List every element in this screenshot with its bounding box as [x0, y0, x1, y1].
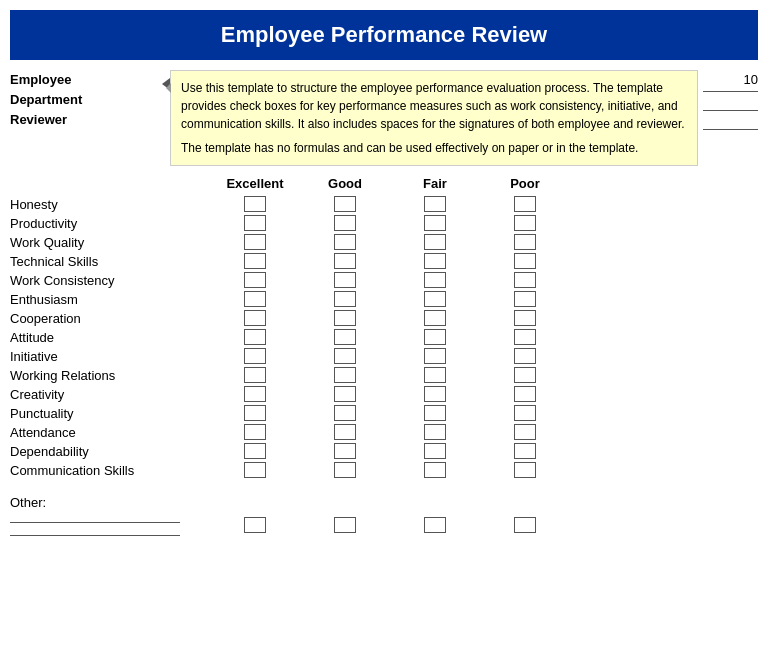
- table-row: Communication Skills: [10, 461, 758, 479]
- checkbox-fair[interactable]: [390, 385, 480, 403]
- skill-name: Enthusiasm: [10, 292, 210, 307]
- form-fields-left: Employee Department Reviewer: [10, 70, 170, 132]
- checkbox-good[interactable]: [300, 214, 390, 232]
- checkbox-poor[interactable]: [480, 252, 570, 270]
- table-row: Initiative: [10, 347, 758, 365]
- skills-rows: HonestyProductivityWork QualityTechnical…: [10, 195, 758, 479]
- other-checkbox-poor[interactable]: [480, 516, 570, 534]
- skill-name: Technical Skills: [10, 254, 210, 269]
- checkbox-fair[interactable]: [390, 461, 480, 479]
- tooltip-para1: Use this template to structure the emplo…: [181, 79, 687, 133]
- skill-name: Initiative: [10, 349, 210, 364]
- other-checkbox-excellent[interactable]: [210, 516, 300, 534]
- checkbox-poor[interactable]: [480, 195, 570, 213]
- ratings-section: Excellent Good Fair Poor HonestyProducti…: [10, 176, 758, 479]
- checkbox-poor[interactable]: [480, 423, 570, 441]
- checkbox-poor[interactable]: [480, 233, 570, 251]
- field-line-1[interactable]: [703, 91, 758, 92]
- checkbox-fair[interactable]: [390, 404, 480, 422]
- checkbox-good[interactable]: [300, 271, 390, 289]
- checkbox-excellent[interactable]: [210, 252, 300, 270]
- checkbox-excellent[interactable]: [210, 328, 300, 346]
- good-header: Good: [300, 176, 390, 191]
- skill-name: Work Consistency: [10, 273, 210, 288]
- checkbox-good[interactable]: [300, 309, 390, 327]
- checkbox-excellent[interactable]: [210, 366, 300, 384]
- checkbox-good[interactable]: [300, 347, 390, 365]
- checkbox-excellent[interactable]: [210, 290, 300, 308]
- table-row: Technical Skills: [10, 252, 758, 270]
- employee-label: Employee: [10, 72, 100, 87]
- checkbox-poor[interactable]: [480, 442, 570, 460]
- field-line-3[interactable]: [703, 129, 758, 130]
- table-row: Work Quality: [10, 233, 758, 251]
- checkbox-good[interactable]: [300, 461, 390, 479]
- year-number: 10: [744, 72, 758, 87]
- checkbox-poor[interactable]: [480, 385, 570, 403]
- skill-name: Working Relations: [10, 368, 210, 383]
- table-row: Work Consistency: [10, 271, 758, 289]
- other-line-2[interactable]: [10, 535, 180, 536]
- checkbox-excellent[interactable]: [210, 214, 300, 232]
- checkbox-good[interactable]: [300, 385, 390, 403]
- checkbox-good[interactable]: [300, 328, 390, 346]
- checkbox-good[interactable]: [300, 233, 390, 251]
- checkbox-excellent[interactable]: [210, 404, 300, 422]
- other-checkbox-fair[interactable]: [390, 516, 480, 534]
- other-checkbox-good[interactable]: [300, 516, 390, 534]
- checkbox-fair[interactable]: [390, 214, 480, 232]
- table-row: Enthusiasm: [10, 290, 758, 308]
- checkbox-excellent[interactable]: [210, 309, 300, 327]
- checkbox-excellent[interactable]: [210, 461, 300, 479]
- checkbox-poor[interactable]: [480, 404, 570, 422]
- checkbox-excellent[interactable]: [210, 347, 300, 365]
- checkbox-good[interactable]: [300, 404, 390, 422]
- other-section: Other:: [10, 495, 758, 536]
- checkbox-poor[interactable]: [480, 309, 570, 327]
- checkbox-excellent[interactable]: [210, 423, 300, 441]
- checkbox-excellent[interactable]: [210, 385, 300, 403]
- checkbox-good[interactable]: [300, 252, 390, 270]
- other-line-1[interactable]: [10, 522, 180, 523]
- skill-name: Creativity: [10, 387, 210, 402]
- checkbox-fair[interactable]: [390, 347, 480, 365]
- checkbox-poor[interactable]: [480, 366, 570, 384]
- skill-name: Dependability: [10, 444, 210, 459]
- checkbox-fair[interactable]: [390, 309, 480, 327]
- checkbox-excellent[interactable]: [210, 442, 300, 460]
- skill-name: Attendance: [10, 425, 210, 440]
- checkbox-poor[interactable]: [480, 328, 570, 346]
- checkbox-fair[interactable]: [390, 366, 480, 384]
- ratings-header: Excellent Good Fair Poor: [10, 176, 758, 191]
- table-row: Punctuality: [10, 404, 758, 422]
- checkbox-fair[interactable]: [390, 442, 480, 460]
- checkbox-poor[interactable]: [480, 347, 570, 365]
- reviewer-label: Reviewer: [10, 112, 100, 127]
- checkbox-good[interactable]: [300, 366, 390, 384]
- checkbox-excellent[interactable]: [210, 195, 300, 213]
- skill-name: Attitude: [10, 330, 210, 345]
- checkbox-excellent[interactable]: [210, 233, 300, 251]
- checkbox-good[interactable]: [300, 195, 390, 213]
- checkbox-good[interactable]: [300, 290, 390, 308]
- skill-name: Productivity: [10, 216, 210, 231]
- checkbox-fair[interactable]: [390, 271, 480, 289]
- tooltip-para2: The template has no formulas and can be …: [181, 139, 687, 157]
- checkbox-fair[interactable]: [390, 423, 480, 441]
- checkbox-good[interactable]: [300, 423, 390, 441]
- checkbox-poor[interactable]: [480, 461, 570, 479]
- checkbox-poor[interactable]: [480, 271, 570, 289]
- skill-name: Punctuality: [10, 406, 210, 421]
- checkbox-excellent[interactable]: [210, 271, 300, 289]
- checkbox-poor[interactable]: [480, 214, 570, 232]
- blank-col-header: [10, 176, 210, 191]
- tooltip-box: Use this template to structure the emplo…: [170, 70, 698, 166]
- checkbox-fair[interactable]: [390, 233, 480, 251]
- checkbox-fair[interactable]: [390, 290, 480, 308]
- checkbox-fair[interactable]: [390, 195, 480, 213]
- checkbox-fair[interactable]: [390, 252, 480, 270]
- field-line-2[interactable]: [703, 110, 758, 111]
- checkbox-poor[interactable]: [480, 290, 570, 308]
- checkbox-fair[interactable]: [390, 328, 480, 346]
- checkbox-good[interactable]: [300, 442, 390, 460]
